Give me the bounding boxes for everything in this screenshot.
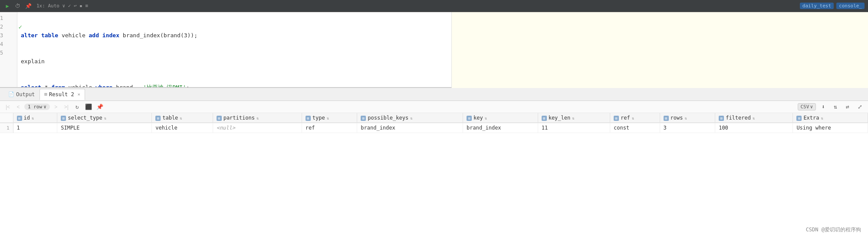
line-1: 1 bbox=[0, 14, 13, 23]
tab-output-label: Output bbox=[16, 91, 35, 97]
last-page-button[interactable]: >| bbox=[62, 103, 71, 111]
line-numbers: 1 2 ✓ 3 4 5 bbox=[0, 12, 17, 87]
th-possible-keys[interactable]: ⊞possible_keys⇅ bbox=[357, 113, 463, 123]
tab-close-icon[interactable]: ✕ bbox=[78, 92, 80, 97]
toolbar: ▶ ⏱ 📌 1x: Auto ∨ ✓ ↩ ▪ ≡ daily_test cons… bbox=[0, 0, 868, 12]
th-filtered[interactable]: ⊞filtered⇅ bbox=[715, 113, 793, 123]
editor-section: 1 2 ✓ 3 4 5 alter table vehicle add inde… bbox=[0, 12, 868, 88]
cell-rows-1: 3 bbox=[660, 123, 715, 133]
next-page-button[interactable]: > bbox=[52, 103, 60, 111]
first-page-button[interactable]: |< bbox=[3, 103, 12, 111]
code-line-3: select * from vehicle where brand = '比亚迪… bbox=[21, 83, 448, 87]
prev-page-button[interactable]: < bbox=[14, 103, 23, 111]
watermark: CSDN @爱叨叨的程序狗 bbox=[806, 226, 861, 234]
kw-alter: alter table bbox=[21, 31, 62, 40]
csv-label: CSV bbox=[801, 104, 809, 110]
th-rows[interactable]: ⊞rows⇅ bbox=[660, 113, 715, 123]
results-table: ⊞id⇅ ⊞select_type⇅ ⊞table⇅ ⊞partitions⇅ … bbox=[0, 113, 868, 133]
table-header-row: ⊞id⇅ ⊞select_type⇅ ⊞table⇅ ⊞partitions⇅ … bbox=[0, 113, 868, 123]
csv-export-button[interactable]: CSV ∨ bbox=[798, 103, 816, 110]
cell-key-len-1: 11 bbox=[538, 123, 610, 133]
compare-button[interactable]: ⇄ bbox=[843, 102, 852, 112]
timer-button[interactable]: ⏱ bbox=[14, 2, 22, 10]
cell-key-1: brand_index bbox=[463, 123, 538, 133]
results-table-wrapper: ⊞id⇅ ⊞select_type⇅ ⊞table⇅ ⊞partitions⇅ … bbox=[0, 113, 868, 237]
results-area: ⚙ 📄 Output ⊞ Result 2 ✕ |< < 1 row ∨ > >… bbox=[0, 88, 868, 237]
th-type[interactable]: ⊞type⇅ bbox=[302, 113, 357, 123]
th-select-type[interactable]: ⊞select_type⇅ bbox=[57, 113, 152, 123]
cell-select-type-1: SIMPLE bbox=[57, 123, 152, 133]
pin-results-button[interactable]: 📌 bbox=[95, 102, 105, 112]
output-icon: 📄 bbox=[8, 91, 14, 97]
result2-icon: ⊞ bbox=[44, 91, 47, 97]
cell-table-1: vehicle bbox=[152, 123, 213, 133]
console-badge[interactable]: console_ bbox=[836, 3, 865, 9]
check-mark: ✓ bbox=[19, 23, 22, 31]
right-panel bbox=[451, 12, 868, 88]
line-4: 4 bbox=[0, 40, 13, 49]
th-id[interactable]: ⊞id⇅ bbox=[13, 113, 57, 123]
pin-button[interactable]: 📌 bbox=[24, 2, 32, 10]
cell-possible-keys-1: brand_index bbox=[357, 123, 463, 133]
row-count-badge: 1 row ∨ bbox=[24, 104, 50, 110]
cell-type-1: ref bbox=[302, 123, 357, 133]
fullscreen-button[interactable]: ⤢ bbox=[855, 102, 865, 112]
stop-button[interactable]: ⬛ bbox=[84, 102, 93, 112]
tab-output[interactable]: 📄 Output bbox=[3, 89, 39, 100]
th-key-len[interactable]: ⊞key_len⇅ bbox=[538, 113, 610, 123]
tab-result2-label: Result 2 bbox=[49, 91, 74, 97]
line-3: 3 bbox=[0, 31, 13, 40]
line-5: 5 bbox=[0, 49, 13, 57]
th-table[interactable]: ⊞table⇅ bbox=[152, 113, 213, 123]
download-button[interactable]: ⬇ bbox=[819, 102, 828, 112]
tab-result2[interactable]: ⊞ Result 2 ✕ bbox=[39, 89, 85, 100]
row-count-chevron[interactable]: ∨ bbox=[43, 104, 46, 110]
th-extra[interactable]: ⊞Extra⇅ bbox=[793, 113, 868, 123]
th-key[interactable]: ⊞key⇅ bbox=[463, 113, 538, 123]
cell-extra-1: Using where bbox=[793, 123, 868, 133]
cell-partitions-1: <null> bbox=[213, 123, 302, 133]
table-row: 1 1 SIMPLE vehicle <null> ref brand_inde… bbox=[0, 123, 868, 133]
refresh-button[interactable]: ↻ bbox=[72, 102, 82, 112]
cell-ref-1: const bbox=[610, 123, 660, 133]
row-count-text: 1 row bbox=[28, 104, 42, 110]
th-ref[interactable]: ⊞ref⇅ bbox=[610, 113, 660, 123]
code-lines[interactable]: alter table vehicle add index brand_inde… bbox=[17, 12, 451, 87]
cell-rownum-1: 1 bbox=[0, 123, 13, 133]
line-2: 2 ✓ bbox=[0, 23, 13, 31]
db-badge[interactable]: daily_test bbox=[800, 3, 834, 9]
th-partitions[interactable]: ⊞partitions⇅ bbox=[213, 113, 302, 123]
cell-filtered-1: 100 bbox=[715, 123, 793, 133]
code-editor[interactable]: 1 2 ✓ 3 4 5 alter table vehicle add inde… bbox=[0, 12, 451, 88]
pagination-bar: |< < 1 row ∨ > >| ↻ ⬛ 📌 CSV ∨ ⬇ ⇅ ⇄ ⤢ bbox=[0, 101, 868, 113]
right-controls: CSV ∨ ⬇ ⇅ ⇄ ⤢ bbox=[798, 102, 865, 112]
run-button[interactable]: ▶ bbox=[3, 2, 11, 10]
th-rownum bbox=[0, 113, 13, 123]
speed-select[interactable]: 1x: Auto ∨ ✓ ↩ ▪ ≡ bbox=[35, 2, 90, 10]
code-line-1: alter table vehicle add index brand_inde… bbox=[21, 31, 448, 40]
code-line-2: explain bbox=[21, 57, 448, 66]
filter-button[interactable]: ⇅ bbox=[831, 102, 840, 112]
tab-bar: 📄 Output ⊞ Result 2 ✕ bbox=[0, 88, 868, 101]
cell-id-1: 1 bbox=[13, 123, 57, 133]
csv-chevron: ∨ bbox=[810, 104, 813, 110]
